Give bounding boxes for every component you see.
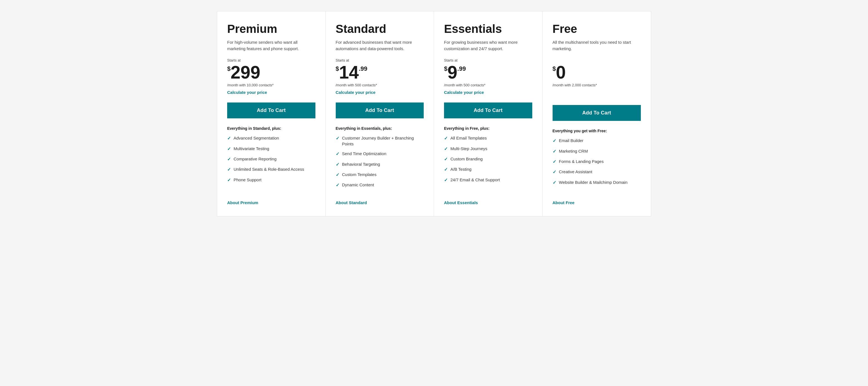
features-header-standard: Everything in Essentials, plus:: [336, 126, 424, 130]
plan-description-essentials: For growing businesses who want more cus…: [444, 39, 532, 53]
feature-item-standard-2: ✓ Behavioral Targeting: [336, 161, 424, 168]
feature-item-premium-4: ✓ Phone Support: [227, 177, 315, 183]
add-to-cart-button-essentials[interactable]: Add To Cart: [444, 102, 532, 118]
plan-card-standard: Standard For advanced businesses that wa…: [326, 11, 434, 216]
feature-item-essentials-1: ✓ Multi-Step Journeys: [444, 146, 532, 152]
calculate-link-standard[interactable]: Calculate your price: [336, 90, 424, 95]
feature-item-free-2: ✓ Forms & Landing Pages: [553, 158, 641, 165]
currency-premium: $: [227, 65, 230, 72]
starts-at-label-free: [553, 58, 641, 62]
price-period-essentials: /month with 500 contacts*: [444, 83, 532, 87]
feature-text-free-2: Forms & Landing Pages: [559, 158, 604, 164]
price-cents-standard: .99: [359, 65, 368, 72]
currency-free: $: [553, 65, 556, 72]
features-list-free: ✓ Email Builder ✓ Marketing CRM ✓ Forms …: [553, 138, 641, 192]
add-to-cart-button-premium[interactable]: Add To Cart: [227, 102, 315, 118]
feature-text-standard-2: Behavioral Targeting: [342, 161, 380, 167]
pricing-grid: Premium For high-volume senders who want…: [217, 11, 651, 216]
plan-name-premium: Premium: [227, 23, 315, 35]
check-icon-free-4: ✓: [553, 180, 556, 186]
about-link-free[interactable]: About Free: [553, 200, 641, 205]
feature-item-essentials-2: ✓ Custom Branding: [444, 156, 532, 162]
starts-at-label-essentials: Starts at: [444, 58, 532, 62]
check-icon-essentials-0: ✓: [444, 135, 447, 142]
feature-text-essentials-3: A/B Testing: [451, 166, 472, 172]
feature-text-essentials-2: Custom Branding: [451, 156, 483, 162]
price-period-free: /month with 2,000 contacts*: [553, 83, 641, 87]
feature-text-standard-1: Send Time Optimization: [342, 151, 386, 156]
check-icon-essentials-4: ✓: [444, 177, 447, 183]
feature-text-standard-0: Customer Journey Builder + Branching Poi…: [342, 135, 424, 147]
price-main-premium: 299: [230, 63, 260, 81]
check-icon-free-0: ✓: [553, 138, 556, 144]
plan-name-free: Free: [553, 23, 641, 35]
plan-card-essentials: Essentials For growing businesses who wa…: [434, 11, 542, 216]
feature-item-premium-0: ✓ Advanced Segmentation: [227, 135, 315, 142]
price-main-essentials: 9: [447, 63, 457, 81]
price-row-free: $ 0: [553, 63, 641, 81]
feature-text-standard-4: Dynamic Content: [342, 182, 374, 188]
check-icon-standard-2: ✓: [336, 161, 339, 168]
plan-name-essentials: Essentials: [444, 23, 532, 35]
feature-text-free-0: Email Builder: [559, 138, 584, 143]
feature-text-standard-3: Custom Templates: [342, 172, 377, 177]
check-icon-standard-1: ✓: [336, 151, 339, 157]
feature-item-free-0: ✓ Email Builder: [553, 138, 641, 144]
feature-item-standard-0: ✓ Customer Journey Builder + Branching P…: [336, 135, 424, 147]
add-to-cart-button-free[interactable]: Add To Cart: [553, 105, 641, 121]
add-to-cart-button-standard[interactable]: Add To Cart: [336, 102, 424, 118]
features-header-essentials: Everything in Free, plus:: [444, 126, 532, 130]
feature-text-premium-0: Advanced Segmentation: [234, 135, 279, 141]
plan-description-standard: For advanced businesses that want more a…: [336, 39, 424, 53]
feature-item-premium-2: ✓ Comparative Reporting: [227, 156, 315, 162]
price-main-free: 0: [556, 63, 566, 81]
about-link-premium[interactable]: About Premium: [227, 200, 315, 205]
plan-card-free: Free All the multichannel tools you need…: [542, 11, 651, 216]
price-main-standard: 14: [339, 63, 359, 81]
check-icon-standard-3: ✓: [336, 172, 339, 178]
feature-text-essentials-0: All Email Templates: [451, 135, 487, 141]
features-list-premium: ✓ Advanced Segmentation ✓ Multivariate T…: [227, 135, 315, 192]
features-header-free: Everything you get with Free:: [553, 129, 641, 133]
feature-item-free-3: ✓ Creative Assistant: [553, 169, 641, 175]
feature-item-standard-1: ✓ Send Time Optimization: [336, 151, 424, 157]
plan-description-free: All the multichannel tools you need to s…: [553, 39, 641, 53]
calculate-link-premium[interactable]: Calculate your price: [227, 90, 315, 95]
starts-at-label-premium: Starts at: [227, 58, 315, 62]
price-row-premium: $ 299: [227, 63, 315, 81]
features-list-standard: ✓ Customer Journey Builder + Branching P…: [336, 135, 424, 192]
feature-text-premium-1: Multivariate Testing: [234, 146, 269, 151]
check-icon-free-3: ✓: [553, 169, 556, 175]
feature-text-premium-4: Phone Support: [234, 177, 261, 183]
about-link-essentials[interactable]: About Essentials: [444, 200, 532, 205]
feature-item-free-4: ✓ Website Builder & Mailchimp Domain: [553, 179, 641, 186]
check-icon-essentials-1: ✓: [444, 146, 447, 152]
check-icon-premium-4: ✓: [227, 177, 231, 183]
feature-item-essentials-3: ✓ A/B Testing: [444, 166, 532, 173]
plan-name-standard: Standard: [336, 23, 424, 35]
feature-text-free-1: Marketing CRM: [559, 148, 588, 154]
check-icon-premium-3: ✓: [227, 167, 231, 173]
price-period-standard: /month with 500 contacts*: [336, 83, 424, 87]
feature-text-premium-2: Comparative Reporting: [234, 156, 276, 162]
features-list-essentials: ✓ All Email Templates ✓ Multi-Step Journ…: [444, 135, 532, 192]
price-cents-essentials: .99: [457, 65, 466, 72]
calculate-link-essentials[interactable]: Calculate your price: [444, 90, 532, 95]
feature-item-premium-3: ✓ Unlimited Seats & Role-Based Access: [227, 166, 315, 173]
about-link-standard[interactable]: About Standard: [336, 200, 424, 205]
check-icon-free-2: ✓: [553, 159, 556, 165]
price-row-standard: $ 14 .99: [336, 63, 424, 81]
check-icon-premium-1: ✓: [227, 146, 231, 152]
currency-essentials: $: [444, 65, 447, 72]
check-icon-free-1: ✓: [553, 148, 556, 154]
plan-description-premium: For high-volume senders who want all mar…: [227, 39, 315, 53]
check-icon-essentials-2: ✓: [444, 156, 447, 162]
check-icon-standard-4: ✓: [336, 182, 339, 188]
check-icon-essentials-3: ✓: [444, 167, 447, 173]
check-icon-premium-0: ✓: [227, 135, 231, 142]
feature-text-free-3: Creative Assistant: [559, 169, 592, 175]
feature-text-essentials-4: 24/7 Email & Chat Support: [451, 177, 500, 183]
starts-at-label-standard: Starts at: [336, 58, 424, 62]
features-header-premium: Everything in Standard, plus:: [227, 126, 315, 130]
plan-card-premium: Premium For high-volume senders who want…: [217, 11, 326, 216]
